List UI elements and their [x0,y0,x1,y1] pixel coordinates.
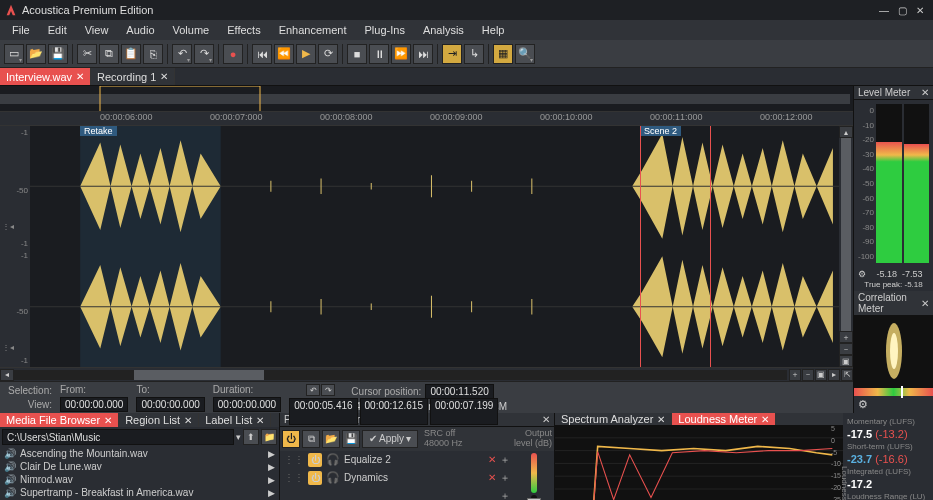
chevron-down-icon[interactable]: ▾ [236,432,241,442]
menu-enhancement[interactable]: Enhancement [271,22,355,38]
waveform-canvas[interactable]: Retake Scene 2 [30,126,853,367]
view-to-value[interactable]: 00:00:12.615 [360,398,428,425]
swap-sel-button2[interactable]: ↷ [321,384,335,396]
cut-button[interactable]: ✂ [77,44,97,64]
close-button[interactable]: ✕ [911,3,929,17]
file-item[interactable]: 🔊Nimrod.wav▶ [0,473,279,486]
cursor-line[interactable] [710,126,711,367]
open-button[interactable]: 📂 [26,44,46,64]
menu-plugins[interactable]: Plug-Ins [357,22,413,38]
hscroll-track[interactable] [14,370,787,380]
hzoom-fit[interactable]: ▣ [815,369,827,381]
close-icon[interactable]: ✕ [256,415,264,426]
timeline-ruler[interactable]: 00:00:06:000 00:00:07:000 00:00:08:000 0… [0,112,853,126]
menu-help[interactable]: Help [474,22,513,38]
stop-button[interactable]: ■ [347,44,367,64]
hscroll-thumb[interactable] [134,370,264,380]
close-icon[interactable]: ✕ [761,414,769,425]
close-icon[interactable]: ✕ [160,71,168,82]
preview-play-icon[interactable]: ▶ [268,475,275,485]
chain-save-button[interactable]: 💾 [342,430,360,448]
scrub-button[interactable]: ⇥ [442,44,462,64]
hzoom-sel[interactable]: ⇱ [841,369,853,381]
close-icon[interactable]: ✕ [921,87,929,98]
view-from-value[interactable]: 00:00:05.416 [289,398,357,425]
new-folder-button[interactable]: 📁 [261,429,277,445]
chain-copy-button[interactable]: ⧉ [302,430,320,448]
maximize-button[interactable]: ▢ [893,3,911,17]
pause-button[interactable]: ⏸ [369,44,389,64]
effect-power-icon[interactable]: ⏻ [308,471,322,485]
loop-button[interactable]: ⟳ [318,44,338,64]
remove-icon[interactable]: ✕ [488,472,496,483]
close-icon[interactable]: ✕ [542,414,550,425]
tab-media-browser[interactable]: Media File Browser✕ [0,413,119,427]
skip-start-button[interactable]: ⏮ [252,44,272,64]
close-icon[interactable]: ✕ [76,71,84,82]
menu-file[interactable]: File [4,22,38,38]
preview-play-icon[interactable]: ▶ [268,462,275,472]
new-button[interactable]: ▭ [4,44,24,64]
autoscroll-button[interactable]: ↳ [464,44,484,64]
paste-button[interactable]: 📋 [121,44,141,64]
path-input[interactable] [2,429,234,445]
menu-effects[interactable]: Effects [219,22,268,38]
up-folder-button[interactable]: ⬆ [243,429,259,445]
play-button[interactable]: ▶ [296,44,316,64]
vscroll-up[interactable]: ▴ [839,126,853,138]
chain-open-button[interactable]: 📂 [322,430,340,448]
tab-spectrum[interactable]: Spectrum Analyzer✕ [555,413,672,425]
drag-handle-icon[interactable]: ⋮⋮ [284,472,304,483]
file-item[interactable]: 🔊Clair De Lune.wav▶ [0,460,279,473]
vzoom-in[interactable]: ＋ [839,331,853,343]
chain-power-button[interactable]: ⏻ [282,430,300,448]
region-retake[interactable]: Retake [80,126,117,136]
record-button[interactable]: ● [223,44,243,64]
effect-power-icon[interactable]: ⏻ [308,453,322,467]
vzoom-fit[interactable]: ▣ [839,355,853,367]
region-scene2[interactable]: Scene 2 [640,126,681,136]
rewind-button[interactable]: ⏪ [274,44,294,64]
redo-button[interactable]: ↷ [194,44,214,64]
forward-button[interactable]: ⏩ [391,44,411,64]
sel-from-value[interactable]: 00:00:00.000 [60,397,128,412]
close-icon[interactable]: ✕ [184,415,192,426]
tab-interview[interactable]: Interview.wav ✕ [0,68,91,85]
remove-icon[interactable]: ✕ [488,454,496,465]
chain-apply-button[interactable]: ✔ Apply ▾ [362,430,418,448]
vzoom-out[interactable]: － [839,343,853,355]
chain-effect-row[interactable]: ⋮⋮ ⏻ 🎧 Equalize 2 ✕ ＋ [280,451,514,469]
minimize-button[interactable]: — [875,3,893,17]
undo-button[interactable]: ↶ [172,44,192,64]
close-icon[interactable]: ✕ [657,414,665,425]
overview-waveform[interactable] [0,86,853,112]
preview-play-icon[interactable]: ▶ [268,488,275,498]
menu-edit[interactable]: Edit [40,22,75,38]
tab-recording1[interactable]: Recording 1 ✕ [91,68,175,85]
zoom-tool-button[interactable]: 🔍 [515,44,535,64]
menu-volume[interactable]: Volume [165,22,218,38]
gear-icon[interactable]: ⚙ [858,269,866,279]
sel-to-value[interactable]: 00:00:00.000 [136,397,204,412]
add-icon[interactable]: ＋ [500,471,510,485]
tab-loudness[interactable]: Loudness Meter✕ [672,413,776,425]
preview-play-icon[interactable]: ▶ [268,449,275,459]
add-icon[interactable]: ＋ [500,453,510,467]
gear-icon[interactable]: ⚙ [858,398,868,410]
channel-tools-icon[interactable]: ⋮◂ [2,343,14,352]
vscroll-thumb[interactable] [841,138,851,331]
hzoom-out[interactable]: － [802,369,814,381]
close-icon[interactable]: ✕ [104,415,112,426]
file-item[interactable]: 🔊Ascending the Mountain.wav▶ [0,447,279,460]
headphone-icon[interactable]: 🎧 [326,453,340,466]
tab-region-list[interactable]: Region List✕ [119,413,199,427]
add-icon[interactable]: ＋ [500,489,510,500]
save-button[interactable]: 💾 [48,44,68,64]
chain-add-row[interactable]: ＋ [280,487,514,500]
skip-end-button[interactable]: ⏭ [413,44,433,64]
menu-audio[interactable]: Audio [118,22,162,38]
menu-view[interactable]: View [77,22,117,38]
close-icon[interactable]: ✕ [921,298,929,309]
swap-sel-button[interactable]: ↶ [306,384,320,396]
sel-dur-value[interactable]: 00:00:00.000 [213,397,281,412]
